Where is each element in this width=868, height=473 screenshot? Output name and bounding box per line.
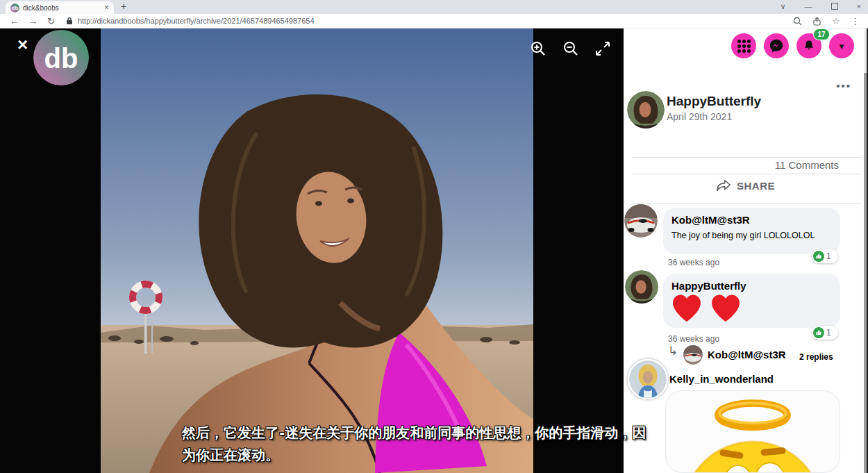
window-restore-icon[interactable]: [831, 3, 838, 10]
subtitle-line-2: 为你正在滚动。: [182, 444, 710, 466]
address-bar[interactable]: http://dickandboobs/happybutterfly/archi…: [66, 17, 793, 25]
menu-kebab-icon[interactable]: ⋮: [851, 17, 860, 26]
share-page-icon[interactable]: [812, 17, 821, 26]
bell-icon: [802, 39, 816, 53]
reply-author-avatar[interactable]: [683, 345, 703, 365]
commenter-name[interactable]: HappyButterfly: [671, 280, 832, 292]
share-arrow-icon: [717, 179, 731, 192]
divider: [632, 174, 861, 174]
site-logo[interactable]: db: [33, 30, 89, 85]
post-options-icon[interactable]: •••: [836, 80, 851, 92]
comment-time: 36 weeks ago: [668, 258, 719, 267]
like-count-pill[interactable]: 1: [812, 326, 838, 340]
thumbs-up-icon: [813, 327, 824, 338]
browser-tab[interactable]: db dick&boobs ×: [6, 1, 114, 14]
post-date: April 29th 2021: [667, 111, 732, 122]
post-author-avatar[interactable]: [627, 91, 665, 128]
zoom-in-icon[interactable]: [530, 40, 546, 57]
viewer-close-icon[interactable]: ×: [17, 35, 28, 53]
messenger-icon: [769, 38, 784, 53]
window-close-icon[interactable]: ×: [857, 2, 861, 10]
commenter-avatar[interactable]: [624, 204, 658, 238]
like-count-pill[interactable]: 1: [812, 249, 838, 263]
browser-window: db dick&boobs × + ∨ — × ← → ↻ http://dic…: [0, 0, 868, 473]
notification-count-badge: 17: [813, 28, 830, 40]
tab-title: dick&boobs: [23, 4, 101, 12]
messenger-button[interactable]: [764, 33, 789, 58]
replies-count[interactable]: 2 replies: [799, 352, 833, 362]
subtitle-line-1: 然后，它发生了-迷失在关于你的朋友和前同事的性思想，你的手指滑动，因: [182, 422, 710, 444]
window-minimize-icon[interactable]: —: [805, 2, 812, 10]
photo-viewer-controls: [530, 40, 610, 57]
heart-icon: [671, 294, 702, 322]
comments-count[interactable]: 11 Comments: [775, 159, 839, 171]
like-count: 1: [826, 328, 831, 338]
share-label: SHARE: [737, 180, 775, 192]
zoom-out-icon[interactable]: [562, 40, 579, 57]
new-tab-button[interactable]: +: [121, 1, 126, 12]
like-count: 1: [826, 251, 831, 261]
site-info-lock-icon[interactable]: [66, 17, 73, 25]
post-photo[interactable]: [101, 28, 533, 473]
window-controls: ∨ — ×: [781, 0, 862, 13]
bookmark-star-icon[interactable]: ☆: [832, 17, 840, 26]
apps-grid-button[interactable]: [731, 33, 756, 58]
zoom-magnifier-icon[interactable]: [793, 17, 802, 26]
forward-icon[interactable]: →: [28, 17, 37, 26]
comments-panel: 17 ▾ ••• HappyButterfly April 29th 2021 …: [624, 28, 868, 473]
reload-icon[interactable]: ↻: [47, 17, 55, 26]
thumbs-up-icon: [813, 251, 824, 262]
url-text[interactable]: http://dickandboobs/happybutterfly/archi…: [78, 17, 315, 25]
site-favicon-icon: db: [10, 3, 19, 13]
comment-time: 36 weeks ago: [668, 334, 719, 344]
page-content: × db: [0, 28, 868, 473]
fullscreen-expand-icon[interactable]: [595, 41, 610, 56]
subtitle-overlay: 然后，它发生了-迷失在关于你的朋友和前同事的性思想，你的手指滑动，因 为你正在滚…: [182, 422, 710, 466]
chevron-down-icon: ▾: [840, 41, 844, 51]
window-chevron-icon[interactable]: ∨: [781, 2, 786, 11]
divider: [632, 204, 861, 204]
share-button[interactable]: SHARE: [624, 179, 868, 192]
commenter-name[interactable]: Kob@ltM@st3R: [671, 214, 832, 226]
commenter-avatar[interactable]: [625, 270, 658, 304]
reply-author-name[interactable]: Kob@ltM@st3R: [708, 349, 786, 360]
post-author-name[interactable]: HappyButterfly: [667, 94, 761, 109]
tab-close-icon[interactable]: ×: [104, 3, 109, 12]
back-icon[interactable]: ←: [10, 17, 19, 26]
commenter-name[interactable]: Kelly_in_wonderland: [669, 373, 774, 385]
reply-arrow-icon: ↳: [668, 345, 678, 357]
heart-icon: [710, 294, 741, 322]
comment-bubble: Kob@ltM@st3R The joy of being my girl LO…: [663, 208, 840, 254]
tab-bar: db dick&boobs × + ∨ — ×: [0, 0, 868, 14]
toolbar-icons: ☆ ⋮: [793, 17, 860, 26]
apps-grid-icon: [737, 40, 751, 53]
account-menu-button[interactable]: ▾: [829, 33, 854, 58]
divider: [632, 157, 861, 158]
comment-text: The joy of being my girl LOLOLOLOL: [671, 231, 832, 240]
browser-toolbar: ← → ↻ http://dickandboobs/happybutterfly…: [0, 14, 868, 28]
comment-bubble: HappyButterfly: [663, 274, 840, 328]
commenter-avatar[interactable]: [628, 359, 668, 399]
